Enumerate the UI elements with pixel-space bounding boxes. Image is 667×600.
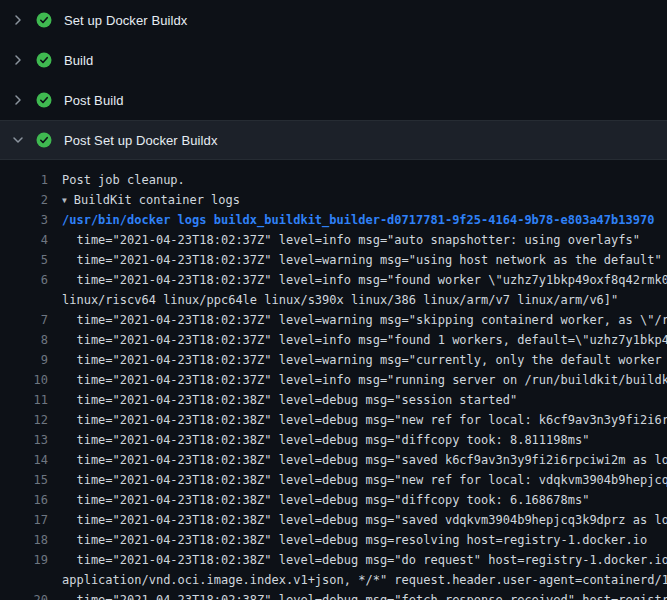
log-line-number <box>0 290 48 310</box>
log-line-text: time="2021-04-23T18:02:37Z" level=info m… <box>48 270 667 290</box>
check-circle-icon <box>36 132 52 148</box>
log-line-number[interactable]: 2 <box>0 190 48 210</box>
log-line-number[interactable]: 17 <box>0 510 48 530</box>
log-line: 2▼BuildKit container logs <box>0 190 667 210</box>
log-line-text: time="2021-04-23T18:02:38Z" level=debug … <box>48 490 667 510</box>
log-line-text: time="2021-04-23T18:02:38Z" level=debug … <box>48 590 667 600</box>
log-line-text: time="2021-04-23T18:02:38Z" level=debug … <box>48 410 667 430</box>
log-line: 10 time="2021-04-23T18:02:37Z" level=inf… <box>0 370 667 390</box>
log-line: 9 time="2021-04-23T18:02:37Z" level=warn… <box>0 350 667 370</box>
log-line-number[interactable]: 3 <box>0 210 48 230</box>
step-label: Set up Docker Buildx <box>64 13 187 28</box>
group-label[interactable]: BuildKit container logs <box>74 193 240 207</box>
log-line: 6 time="2021-04-23T18:02:37Z" level=info… <box>0 270 667 290</box>
log-line: 16 time="2021-04-23T18:02:38Z" level=deb… <box>0 490 667 510</box>
step-label: Post Build <box>64 93 124 108</box>
log-line-number[interactable]: 8 <box>0 330 48 350</box>
log-line-text: Post job cleanup. <box>48 170 667 190</box>
log-command-text: /usr/bin/docker logs buildx_buildkit_bui… <box>48 210 667 230</box>
log-line: 8 time="2021-04-23T18:02:37Z" level=info… <box>0 330 667 350</box>
log-line-text: linux/riscv64 linux/ppc64le linux/s390x … <box>48 290 667 310</box>
log-group-line: ▼BuildKit container logs <box>48 190 667 210</box>
chevron-down-icon <box>10 132 26 148</box>
log-line-number[interactable]: 18 <box>0 530 48 550</box>
log-line-text: time="2021-04-23T18:02:38Z" level=debug … <box>48 550 667 570</box>
log-line-number[interactable]: 4 <box>0 230 48 250</box>
chevron-right-icon <box>10 12 26 28</box>
log-line-text: time="2021-04-23T18:02:37Z" level=warnin… <box>48 310 667 330</box>
log-line: 5 time="2021-04-23T18:02:37Z" level=warn… <box>0 250 667 270</box>
log-line-number[interactable]: 6 <box>0 270 48 290</box>
step-row-post-setup-docker-buildx[interactable]: Post Set up Docker Buildx <box>0 120 667 160</box>
step-label: Build <box>64 53 93 68</box>
log-viewer: Set up Docker Buildx Build Post Build Po… <box>0 0 667 600</box>
log-line-text: time="2021-04-23T18:02:37Z" level=warnin… <box>48 250 667 270</box>
log-rows: 1Post job cleanup.2▼BuildKit container l… <box>0 170 667 600</box>
log-line-number[interactable]: 10 <box>0 370 48 390</box>
log-line-number[interactable]: 1 <box>0 170 48 190</box>
log-line: 4 time="2021-04-23T18:02:37Z" level=info… <box>0 230 667 250</box>
log-line-text: time="2021-04-23T18:02:38Z" level=debug … <box>48 470 667 490</box>
log-line-number[interactable]: 15 <box>0 470 48 490</box>
log-line-number[interactable]: 14 <box>0 450 48 470</box>
log-line-number[interactable]: 5 <box>0 250 48 270</box>
log-line-number[interactable]: 20 <box>0 590 48 600</box>
log-line: 11 time="2021-04-23T18:02:38Z" level=deb… <box>0 390 667 410</box>
step-row-post-build[interactable]: Post Build <box>0 80 667 120</box>
log-line: 7 time="2021-04-23T18:02:37Z" level=warn… <box>0 310 667 330</box>
chevron-right-icon <box>10 52 26 68</box>
log-line: 14 time="2021-04-23T18:02:38Z" level=deb… <box>0 450 667 470</box>
check-circle-icon <box>36 52 52 68</box>
chevron-right-icon <box>10 92 26 108</box>
log-line: 3/usr/bin/docker logs buildx_buildkit_bu… <box>0 210 667 230</box>
log-line-text: application/vnd.oci.image.index.v1+json,… <box>48 570 667 590</box>
log-line: 12 time="2021-04-23T18:02:38Z" level=deb… <box>0 410 667 430</box>
log-line: application/vnd.oci.image.index.v1+json,… <box>0 570 667 590</box>
log-line-text: time="2021-04-23T18:02:37Z" level=info m… <box>48 230 667 250</box>
log-line: 1Post job cleanup. <box>0 170 667 190</box>
log-line-text: time="2021-04-23T18:02:38Z" level=debug … <box>48 530 667 550</box>
step-row-setup-docker-buildx[interactable]: Set up Docker Buildx <box>0 0 667 40</box>
log-line-number[interactable]: 19 <box>0 550 48 570</box>
log-line: 13 time="2021-04-23T18:02:38Z" level=deb… <box>0 430 667 450</box>
log-line-number <box>0 570 48 590</box>
log-line-text: time="2021-04-23T18:02:37Z" level=warnin… <box>48 350 667 370</box>
log-line-text: time="2021-04-23T18:02:37Z" level=info m… <box>48 330 667 350</box>
log-line-number[interactable]: 12 <box>0 410 48 430</box>
step-label: Post Set up Docker Buildx <box>64 133 218 148</box>
log-line: 17 time="2021-04-23T18:02:38Z" level=deb… <box>0 510 667 530</box>
check-circle-icon <box>36 92 52 108</box>
log-line-text: time="2021-04-23T18:02:38Z" level=debug … <box>48 510 667 530</box>
log-line-number[interactable]: 9 <box>0 350 48 370</box>
log-line-text: time="2021-04-23T18:02:37Z" level=info m… <box>48 370 667 390</box>
log-area: 1Post job cleanup.2▼BuildKit container l… <box>0 160 667 600</box>
step-row-build[interactable]: Build <box>0 40 667 80</box>
log-line-text: time="2021-04-23T18:02:38Z" level=debug … <box>48 430 667 450</box>
check-circle-icon <box>36 12 52 28</box>
log-line-number[interactable]: 7 <box>0 310 48 330</box>
log-line: linux/riscv64 linux/ppc64le linux/s390x … <box>0 290 667 310</box>
log-line-number[interactable]: 11 <box>0 390 48 410</box>
log-line-number[interactable]: 16 <box>0 490 48 510</box>
log-line-text: time="2021-04-23T18:02:38Z" level=debug … <box>48 450 667 470</box>
log-line: 19 time="2021-04-23T18:02:38Z" level=deb… <box>0 550 667 570</box>
log-line: 20 time="2021-04-23T18:02:38Z" level=deb… <box>0 590 667 600</box>
group-toggle-icon[interactable]: ▼ <box>62 191 67 210</box>
log-line: 18 time="2021-04-23T18:02:38Z" level=deb… <box>0 530 667 550</box>
log-line-text: time="2021-04-23T18:02:38Z" level=debug … <box>48 390 667 410</box>
log-line: 15 time="2021-04-23T18:02:38Z" level=deb… <box>0 470 667 490</box>
log-line-number[interactable]: 13 <box>0 430 48 450</box>
